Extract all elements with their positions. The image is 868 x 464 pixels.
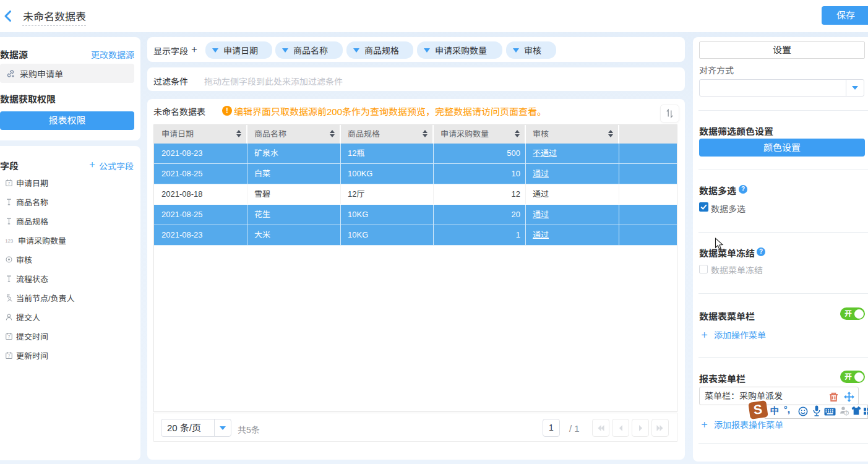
svg-text:7: 7 — [8, 335, 11, 339]
svg-text:7: 7 — [8, 354, 11, 358]
svg-text:7: 7 — [845, 411, 848, 415]
svg-text:7: 7 — [8, 181, 11, 186]
svg-text:123: 123 — [6, 238, 13, 244]
